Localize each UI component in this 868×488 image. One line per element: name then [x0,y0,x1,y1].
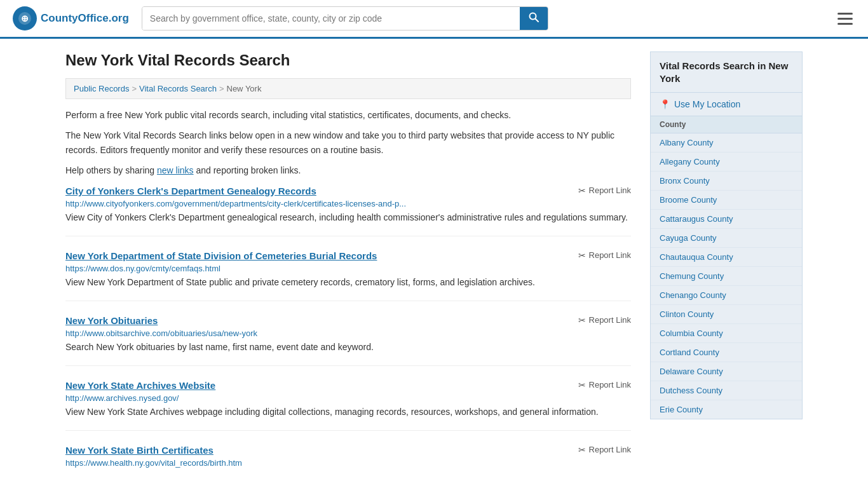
sidebar: Vital Records Search in New York 📍 Use M… [650,51,803,488]
result-header-2: New York Obituaries ✂ Report Link [65,315,631,326]
content-area: New York Vital Records Search Public Rec… [65,51,631,488]
search-button[interactable] [520,7,548,30]
desc-p3-pre: Help others by sharing [65,165,157,175]
report-link-0[interactable]: ✂ Report Link [578,186,631,196]
page-title: New York Vital Records Search [65,51,631,69]
logo-icon: ⊕ [13,6,37,30]
result-item: City of Yonkers Clerk's Department Genea… [65,186,631,236]
sidebar-county-3[interactable]: Broome County [651,191,802,210]
result-url-1[interactable]: https://www.dos.ny.gov/cmty/cemfaqs.html [65,264,631,273]
search-bar [142,6,548,30]
result-header-4: New York State Birth Certificates ✂ Repo… [65,445,631,456]
svg-line-3 [535,19,538,22]
sidebar-title: Vital Records Search in New York [651,52,802,93]
report-link-4[interactable]: ✂ Report Link [578,445,631,455]
breadcrumb-sep1: > [132,84,137,93]
result-desc-0: View City of Yonkers Clerk's Department … [65,211,631,224]
result-item: New York State Birth Certificates ✂ Repo… [65,445,631,482]
sidebar-county-2[interactable]: Bronx County [651,172,802,191]
sidebar-counties: CountyAlbany CountyAllegany CountyBronx … [651,116,802,419]
desc-p1: Perform a free New York public vital rec… [65,108,631,122]
breadcrumb-sep2: > [219,84,224,93]
main-layout: New York Vital Records Search Public Rec… [53,39,815,488]
breadcrumb-vital-records[interactable]: Vital Records Search [139,84,217,93]
result-title-0[interactable]: City of Yonkers Clerk's Department Genea… [65,186,316,196]
report-link-1[interactable]: ✂ Report Link [578,250,631,261]
desc-p3-post: and reporting broken links. [194,165,301,175]
svg-text:⊕: ⊕ [21,13,29,24]
sidebar-county-14[interactable]: Erie County [651,400,802,419]
search-icon [529,12,539,22]
desc-p3: Help others by sharing new links and rep… [65,163,631,177]
sidebar-county-6[interactable]: Chautauqua County [651,248,802,267]
logo-tld: .org [109,12,129,24]
result-url-3[interactable]: http://www.archives.nysed.gov/ [65,393,631,403]
logo-text: CountyOffice.org [41,12,129,25]
result-desc-2: Search New York obituaries by last name,… [65,341,631,354]
result-title-3[interactable]: New York State Archives Website [65,380,215,391]
result-desc-3: View New York State Archives webpage inc… [65,405,631,419]
scissors-icon-2: ✂ [578,315,586,325]
result-header-0: City of Yonkers Clerk's Department Genea… [65,186,631,196]
sidebar-county-13[interactable]: Dutchess County [651,381,802,400]
scissors-icon-3: ✂ [578,380,586,390]
report-link-2[interactable]: ✂ Report Link [578,315,631,325]
sidebar-county-7[interactable]: Chemung County [651,267,802,286]
result-url-0[interactable]: http://www.cityofyonkers.com/government/… [65,199,631,208]
report-link-label-4: Report Link [589,445,631,454]
county-header: County [651,116,802,133]
result-url-2[interactable]: http://www.obitsarchive.com/obituaries/u… [65,329,631,338]
report-link-label-2: Report Link [589,315,631,325]
report-link-label-1: Report Link [589,250,631,260]
menu-line3 [837,23,853,25]
sidebar-county-10[interactable]: Columbia County [651,324,802,343]
result-item: New York Department of State Division of… [65,250,631,301]
sidebar-county-0[interactable]: Albany County [651,133,802,152]
sidebar-use-location[interactable]: 📍 Use My Location [651,93,802,116]
breadcrumb-public-records[interactable]: Public Records [74,84,129,93]
result-desc-1: View New York Department of State public… [65,276,631,289]
result-header-3: New York State Archives Website ✂ Report… [65,380,631,391]
sidebar-county-4[interactable]: Cattaraugus County [651,210,802,229]
result-item: New York State Archives Website ✂ Report… [65,380,631,431]
scissors-icon-4: ✂ [578,445,586,455]
result-title-1[interactable]: New York Department of State Division of… [65,250,377,261]
use-location-label: Use My Location [674,99,740,109]
breadcrumb-new-york: New York [227,84,262,93]
breadcrumb: Public Records > Vital Records Search > … [65,78,631,99]
new-links-link[interactable]: new links [157,165,194,175]
result-item: New York Obituaries ✂ Report Link http:/… [65,315,631,366]
menu-button[interactable] [835,10,855,27]
sidebar-county-12[interactable]: Delaware County [651,362,802,381]
logo[interactable]: ⊕ CountyOffice.org [13,6,129,30]
report-link-label-3: Report Link [589,380,631,390]
menu-line2 [837,18,853,20]
sidebar-county-5[interactable]: Cayuga County [651,229,802,248]
logo-county: CountyOffice [41,12,109,24]
sidebar-county-1[interactable]: Allegany County [651,152,802,172]
result-header-1: New York Department of State Division of… [65,250,631,261]
description-area: Perform a free New York public vital rec… [65,108,631,178]
location-pin-icon: 📍 [660,99,670,109]
report-link-label-0: Report Link [589,186,631,195]
scissors-icon-0: ✂ [578,186,586,196]
scissors-icon-1: ✂ [578,250,586,261]
sidebar-county-11[interactable]: Cortland County [651,343,802,362]
header: ⊕ CountyOffice.org [0,0,868,39]
report-link-3[interactable]: ✂ Report Link [578,380,631,390]
result-title-2[interactable]: New York Obituaries [65,315,158,326]
sidebar-county-8[interactable]: Chenango County [651,286,802,305]
sidebar-county-9[interactable]: Clinton County [651,305,802,324]
search-input[interactable] [142,7,520,30]
sidebar-box: Vital Records Search in New York 📍 Use M… [650,51,803,419]
menu-line1 [837,13,853,15]
result-title-4[interactable]: New York State Birth Certificates [65,445,214,456]
result-url-4[interactable]: https://www.health.ny.gov/vital_records/… [65,458,631,468]
desc-p2: The New York Vital Records Search links … [65,128,631,157]
results-list: City of Yonkers Clerk's Department Genea… [65,186,631,482]
